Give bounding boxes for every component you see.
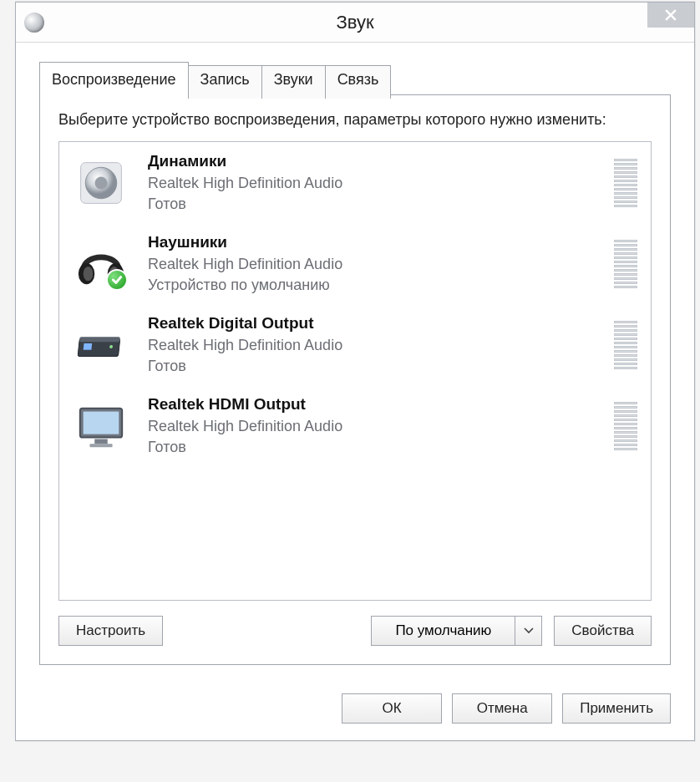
device-list[interactable]: Динамики Realtek High Definition Audio Г…: [58, 141, 652, 601]
device-text: Динамики Realtek High Definition Audio Г…: [148, 150, 606, 215]
close-icon: [665, 9, 677, 21]
tab-sounds[interactable]: Звуки: [261, 65, 326, 99]
device-text: Наушники Realtek High Definition Audio У…: [148, 231, 606, 296]
set-default-label: По умолчанию: [372, 617, 515, 645]
svg-rect-15: [94, 439, 108, 444]
device-status: Устройство по умолчанию: [148, 275, 606, 296]
svg-point-4: [95, 176, 108, 189]
configure-button[interactable]: Настроить: [58, 616, 163, 646]
set-default-dropdown[interactable]: По умолчанию: [371, 616, 542, 646]
device-row[interactable]: Динамики Realtek High Definition Audio Г…: [59, 142, 651, 223]
crop-artifact: [0, 0, 15, 782]
ok-button[interactable]: ОК: [342, 693, 442, 724]
tab-panel-playback: Выберите устройство воспроизведения, пар…: [39, 94, 671, 665]
chevron-down-icon: [524, 627, 534, 634]
device-driver: Realtek High Definition Audio: [148, 254, 606, 275]
sound-dialog: Звук Воспроизведение Запись Звуки Связь …: [15, 2, 695, 741]
close-button[interactable]: [647, 3, 694, 28]
svg-rect-14: [84, 411, 119, 434]
device-name: Наушники: [148, 231, 606, 254]
digital-output-icon: [73, 317, 129, 373]
tab-recording[interactable]: Запись: [188, 65, 262, 99]
device-status: Готов: [148, 356, 606, 377]
default-check-badge: [106, 269, 128, 291]
speaker-icon: [73, 155, 129, 211]
tab-label: Воспроизведение: [52, 71, 176, 88]
device-row[interactable]: Realtek HDMI Output Realtek High Definit…: [59, 385, 651, 466]
device-row[interactable]: Realtek Digital Output Realtek High Defi…: [59, 304, 651, 385]
tab-label: Связь: [337, 71, 379, 88]
headphones-icon: [73, 236, 129, 292]
window-title: Звук: [16, 12, 694, 33]
tab-playback[interactable]: Воспроизведение: [39, 62, 189, 95]
device-status: Готов: [148, 437, 606, 458]
device-name: Realtek Digital Output: [148, 312, 606, 335]
level-meter: [614, 402, 637, 450]
device-status: Готов: [148, 194, 606, 215]
level-meter: [614, 321, 637, 369]
dialog-content: Воспроизведение Запись Звуки Связь Выбер…: [16, 43, 694, 680]
monitor-icon: [73, 398, 129, 454]
titlebar[interactable]: Звук: [16, 3, 694, 43]
properties-button[interactable]: Свойства: [554, 616, 652, 646]
tab-label: Звуки: [274, 71, 313, 88]
device-driver: Realtek High Definition Audio: [148, 173, 606, 194]
panel-button-row: Настроить По умолчанию Свойства: [58, 616, 652, 646]
device-driver: Realtek High Definition Audio: [148, 416, 606, 437]
device-text: Realtek HDMI Output Realtek High Definit…: [148, 394, 606, 458]
tab-label: Запись: [200, 71, 250, 88]
device-driver: Realtek High Definition Audio: [148, 335, 606, 356]
dropdown-arrow[interactable]: [515, 617, 541, 645]
dialog-button-row: ОК Отмена Применить: [16, 680, 694, 740]
device-name: Динамики: [148, 150, 606, 173]
device-text: Realtek Digital Output Realtek High Defi…: [148, 312, 606, 377]
svg-rect-11: [84, 343, 93, 350]
svg-point-7: [84, 267, 94, 281]
level-meter: [614, 240, 637, 288]
tab-strip: Воспроизведение Запись Звуки Связь: [39, 61, 671, 94]
svg-rect-16: [89, 444, 112, 447]
instructions-text: Выберите устройство воспроизведения, пар…: [58, 110, 652, 129]
device-row[interactable]: Наушники Realtek High Definition Audio У…: [59, 223, 651, 304]
app-icon: [24, 13, 44, 33]
level-meter: [614, 159, 637, 207]
svg-rect-10: [79, 337, 120, 342]
cancel-button[interactable]: Отмена: [452, 693, 552, 724]
tab-communications[interactable]: Связь: [325, 65, 392, 99]
apply-button[interactable]: Применить: [562, 693, 671, 724]
device-name: Realtek HDMI Output: [148, 394, 606, 416]
